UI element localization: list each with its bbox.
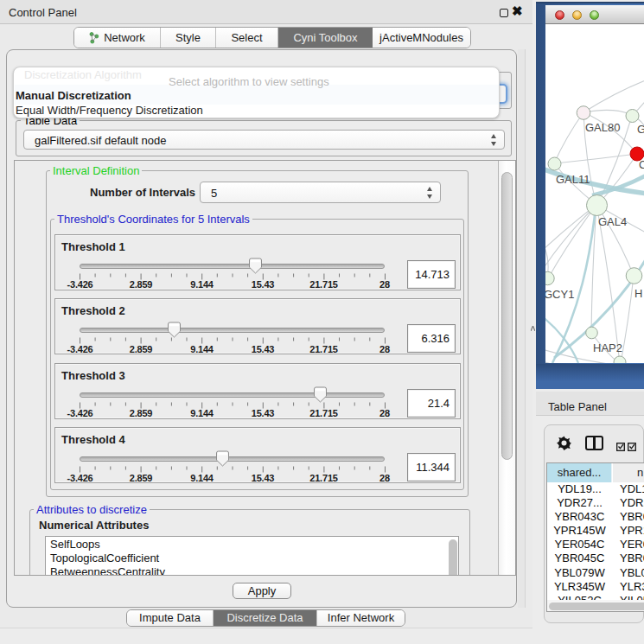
svg-text:HAP2: HAP2 [593,341,622,354]
svg-text:GAL4: GAL4 [598,215,627,228]
svg-text:GAL11: GAL11 [556,173,590,186]
svg-text:G: G [637,123,644,136]
svg-text:H: H [634,287,642,300]
svg-text:GAL80: GAL80 [585,121,620,134]
svg-text:GCY1: GCY1 [545,288,574,301]
svg-text:C: C [639,158,644,171]
